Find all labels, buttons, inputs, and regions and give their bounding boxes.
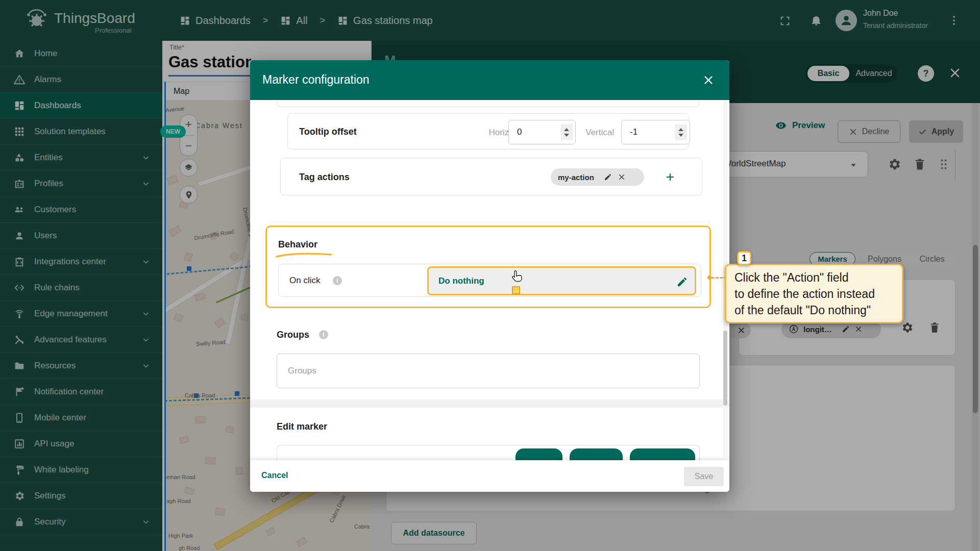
tooltip-offset-label: Tooltip offset	[299, 127, 357, 137]
tutorial-text-line: Click the "Action" field	[734, 269, 894, 286]
cancel-button[interactable]: Cancel	[261, 471, 288, 480]
dialog-scrollbar-thumb[interactable]	[723, 331, 727, 406]
on-click-row: On click i Do nothing	[278, 264, 701, 297]
hand-cursor-icon	[508, 268, 524, 287]
vertical-offset-input[interactable]: -1	[621, 120, 690, 144]
on-click-action-field[interactable]: Do nothing	[427, 266, 696, 295]
edit-marker-card-partial	[277, 445, 700, 460]
tag-actions-row: Tag actions my-action	[280, 158, 702, 195]
tag-actions-label: Tag actions	[299, 172, 350, 183]
vertical-label: Vertical	[583, 128, 614, 138]
number-stepper[interactable]	[560, 124, 573, 140]
edit-marker-heading: Edit marker	[277, 421, 327, 432]
close-dialog-icon[interactable]	[702, 74, 715, 86]
save-button[interactable]: Save	[684, 467, 724, 486]
behavior-highlight-box: Behavior On click i Do nothing	[265, 226, 711, 308]
marker-action-button[interactable]	[570, 448, 623, 460]
marker-action-button[interactable]	[630, 448, 695, 460]
tooltip-offset-row: Tooltip offset Horizontal 0 Vertical -1	[287, 113, 689, 149]
edit-action-pencil-icon[interactable]	[676, 276, 688, 288]
add-tag-action-plus-icon[interactable]	[664, 171, 676, 183]
behavior-heading: Behavior	[278, 239, 317, 250]
number-stepper[interactable]	[675, 124, 687, 140]
marker-action-button[interactable]	[516, 448, 562, 460]
on-click-label: On click	[289, 276, 320, 286]
info-icon: i	[333, 276, 342, 285]
tutorial-text-line: of the default "Do nothing"	[734, 302, 894, 318]
tutorial-text-line: to define the action instead	[734, 286, 894, 302]
tutorial-callout: Click the "Action" field to define the a…	[725, 264, 903, 323]
behavior-underline-squiggle	[275, 252, 334, 259]
tutorial-step-badge: 1	[737, 251, 751, 265]
dialog-header: Marker configuration	[250, 60, 729, 100]
horizontal-offset-input[interactable]: 0	[508, 120, 576, 144]
scrolled-card-edge	[277, 100, 700, 107]
groups-heading: Groups	[277, 330, 309, 340]
groups-placeholder: Groups	[288, 366, 316, 376]
marker-configuration-dialog: Marker configuration Tooltip offset Hori…	[250, 60, 729, 492]
info-icon: i	[319, 330, 328, 339]
groups-input[interactable]: Groups	[277, 354, 700, 388]
dialog-footer: Cancel Save	[250, 460, 729, 492]
tutorial-hotspot	[512, 286, 520, 294]
on-click-action-value: Do nothing	[438, 276, 484, 286]
tutorial-connector-dot	[707, 276, 712, 280]
section-divider	[250, 399, 729, 408]
remove-action-icon[interactable]	[618, 173, 626, 181]
thingsboard-app: ThingsBoard Professional Dashboards > Al…	[0, 0, 980, 551]
edit-action-pencil-icon[interactable]	[604, 173, 612, 181]
tag-action-chip[interactable]: my-action	[551, 168, 644, 186]
vertical-offset-value: -1	[630, 127, 638, 137]
tag-action-chip-label: my-action	[558, 173, 594, 182]
dialog-title: Marker configuration	[262, 73, 370, 87]
horizontal-offset-value: 0	[517, 127, 522, 137]
